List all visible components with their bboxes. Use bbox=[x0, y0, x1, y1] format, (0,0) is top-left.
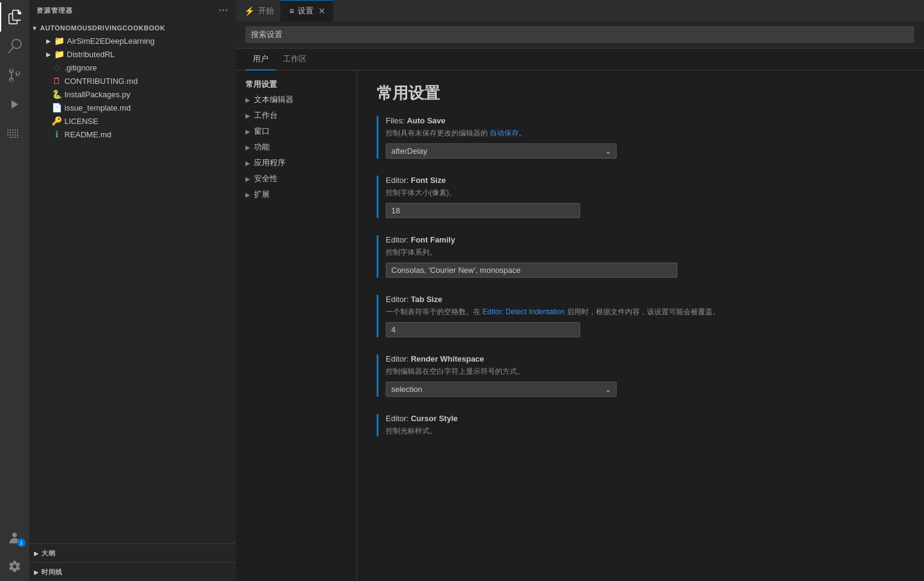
tab-settings[interactable]: ≡ 设置 ✕ bbox=[281, 0, 334, 21]
tab-settings-label: 设置 bbox=[298, 5, 313, 16]
root-folder-chevron: ▼ bbox=[32, 25, 38, 32]
setting-cursor-style-desc: 控制光标样式。 bbox=[386, 425, 905, 436]
detect-indentation-link[interactable]: Editor: Detect Indentation bbox=[482, 308, 564, 316]
tree-file-gitignore[interactable]: ◇ .gitignore bbox=[29, 61, 236, 74]
tree-file-installpackages[interactable]: 🐍 InstallPackages.py bbox=[29, 88, 236, 101]
nav-text-editor-chevron: ▶ bbox=[245, 97, 250, 103]
root-folder-item[interactable]: ▼ AUTONOMOUSDRIVINGCOOKBOOK bbox=[29, 22, 236, 34]
nav-window[interactable]: ▶ 窗口 bbox=[236, 123, 357, 139]
nav-application-chevron: ▶ bbox=[245, 160, 250, 167]
setting-tab-size-title: Editor: Tab Size bbox=[386, 295, 905, 304]
python-icon: 🐍 bbox=[51, 89, 62, 99]
tree-file-license[interactable]: 🔑 LICENSE bbox=[29, 114, 236, 128]
settings-scope-tabs: 用户 工作区 bbox=[236, 49, 924, 70]
nav-extensions[interactable]: ▶ 扩展 bbox=[236, 187, 357, 202]
file-name-readme: README.md bbox=[64, 130, 111, 139]
folder-icon: 📁 bbox=[53, 49, 64, 59]
nav-application-label: 应用程序 bbox=[254, 157, 286, 168]
nav-workbench[interactable]: ▶ 工作台 bbox=[236, 108, 357, 123]
folder-icon: 📁 bbox=[53, 36, 64, 46]
nav-features-chevron: ▶ bbox=[245, 144, 250, 151]
settings-tab-icon: ≡ bbox=[289, 6, 294, 16]
settings-panel: 常用设置 Files: Auto Save 控制具有未保存更改的编辑器的 自动保… bbox=[357, 70, 924, 581]
tab-user[interactable]: 用户 bbox=[245, 49, 276, 70]
tab-user-label: 用户 bbox=[253, 54, 269, 63]
settings-nav: 常用设置 ▶ 文本编辑器 ▶ 工作台 ▶ 窗口 ▶ 功能 bbox=[236, 70, 357, 581]
folder-chevron: ▶ bbox=[44, 51, 53, 58]
setting-auto-save-title: Files: Auto Save bbox=[386, 116, 905, 125]
explorer-icon bbox=[8, 10, 22, 24]
sidebar-content: ▼ AUTONOMOUSDRIVINGCOOKBOOK ▶ 📁 AirSimE2… bbox=[29, 21, 236, 282]
nav-window-label: 窗口 bbox=[254, 126, 270, 137]
file-tree: ▼ AUTONOMOUSDRIVINGCOOKBOOK ▶ 📁 AirSimE2… bbox=[29, 21, 236, 142]
outline-label: 大纲 bbox=[41, 549, 55, 558]
timeline-panel-header[interactable]: ▶ 时间线 bbox=[29, 565, 236, 579]
nav-security[interactable]: ▶ 安全性 bbox=[236, 171, 357, 187]
folder-name-distributedrl: DistributedRL bbox=[67, 50, 115, 59]
tree-file-contributing[interactable]: 🗒 CONTRIBUTING.md bbox=[29, 74, 236, 88]
timeline-label: 时间线 bbox=[41, 568, 63, 577]
settings-content: 搜索设置 用户 工作区 常用设置 ▶ 文本编辑器 ▶ 工作台 bbox=[236, 21, 924, 581]
activity-bar: 1 bbox=[0, 0, 29, 581]
outline-panel: ▶ 大纲 bbox=[29, 543, 236, 562]
file-name-installpackages: InstallPackages.py bbox=[64, 90, 130, 99]
nav-features[interactable]: ▶ 功能 bbox=[236, 139, 357, 155]
tab-workspace[interactable]: 工作区 bbox=[276, 49, 314, 70]
tab-start[interactable]: ⚡ 开始 bbox=[236, 0, 281, 21]
nav-text-editor[interactable]: ▶ 文本编辑器 bbox=[236, 92, 357, 108]
extensions-activity-item[interactable] bbox=[0, 119, 29, 148]
tree-folder-airsim[interactable]: ▶ 📁 AirSimE2EDeepLearning bbox=[29, 34, 236, 47]
tree-folder-distributedrl[interactable]: ▶ 📁 DistributedRL bbox=[29, 47, 236, 61]
contributing-icon: 🗒 bbox=[51, 76, 62, 86]
timeline-chevron: ▶ bbox=[34, 569, 39, 576]
license-icon: 🔑 bbox=[51, 116, 62, 126]
setting-font-size-desc: 控制字体大小(像素)。 bbox=[386, 187, 905, 198]
auto-save-link[interactable]: 自动保存 bbox=[490, 129, 519, 137]
tab-size-input[interactable] bbox=[386, 322, 580, 337]
auto-save-dropdown-chevron: ⌄ bbox=[605, 147, 611, 156]
search-activity-item[interactable] bbox=[0, 32, 29, 61]
gitignore-icon: ◇ bbox=[51, 63, 62, 72]
tab-settings-close[interactable]: ✕ bbox=[317, 6, 327, 16]
sidebar: 资源管理器 ··· ▼ AUTONOMOUSDRIVINGCOOKBOOK ▶ … bbox=[29, 0, 236, 581]
sidebar-header: 资源管理器 ··· bbox=[29, 0, 236, 21]
tab-start-label: 开始 bbox=[258, 5, 274, 16]
issue-icon: 📄 bbox=[51, 103, 62, 112]
tab-bar: ⚡ 开始 ≡ 设置 ✕ bbox=[236, 0, 924, 21]
run-activity-item[interactable] bbox=[0, 90, 29, 119]
setting-font-size: Editor: Font Size 控制字体大小(像素)。 bbox=[377, 176, 905, 218]
search-icon bbox=[7, 39, 22, 53]
nav-features-label: 功能 bbox=[254, 142, 270, 153]
readme-icon: ℹ bbox=[51, 129, 62, 139]
source-control-icon bbox=[7, 68, 22, 83]
accounts-activity-item[interactable]: 1 bbox=[0, 523, 29, 552]
outline-panel-header[interactable]: ▶ 大纲 bbox=[29, 546, 236, 560]
tree-file-issue[interactable]: 📄 issue_template.md bbox=[29, 101, 236, 114]
nav-security-label: 安全性 bbox=[254, 173, 278, 184]
gear-icon bbox=[8, 560, 21, 573]
tree-file-readme[interactable]: ℹ README.md bbox=[29, 128, 236, 141]
scm-activity-item[interactable] bbox=[0, 61, 29, 90]
setting-tab-size: Editor: Tab Size 一个制表符等于的空格数。在 Editor: D… bbox=[377, 295, 905, 337]
explorer-activity-item[interactable] bbox=[0, 2, 29, 32]
settings-body: 常用设置 ▶ 文本编辑器 ▶ 工作台 ▶ 窗口 ▶ 功能 bbox=[236, 70, 924, 581]
setting-render-whitespace-desc: 控制编辑器在空白字符上显示符号的方式。 bbox=[386, 366, 905, 377]
nav-text-editor-label: 文本编辑器 bbox=[254, 94, 293, 105]
common-settings-header: 常用设置 bbox=[236, 75, 357, 92]
font-family-input[interactable] bbox=[386, 263, 677, 278]
outline-chevron: ▶ bbox=[34, 550, 39, 557]
nav-application[interactable]: ▶ 应用程序 bbox=[236, 155, 357, 171]
setting-font-family: Editor: Font Family 控制字体系列。 bbox=[377, 235, 905, 278]
render-whitespace-dropdown-chevron: ⌄ bbox=[605, 385, 611, 394]
sidebar-actions[interactable]: ··· bbox=[219, 5, 228, 16]
sidebar-title: 资源管理器 bbox=[36, 6, 72, 15]
render-whitespace-dropdown[interactable]: selection ⌄ bbox=[386, 382, 617, 397]
setting-render-whitespace: Editor: Render Whitespace 控制编辑器在空白字符上显示符… bbox=[377, 354, 905, 397]
render-whitespace-value: selection bbox=[391, 385, 422, 394]
auto-save-dropdown[interactable]: afterDelay ⌄ bbox=[386, 143, 617, 159]
search-settings-input[interactable]: 搜索设置 bbox=[245, 26, 914, 43]
font-size-input[interactable] bbox=[386, 203, 580, 218]
root-folder-name: AUTONOMOUSDRIVINGCOOKBOOK bbox=[40, 24, 165, 32]
file-name-license: LICENSE bbox=[64, 117, 98, 126]
settings-activity-item[interactable] bbox=[0, 552, 29, 581]
